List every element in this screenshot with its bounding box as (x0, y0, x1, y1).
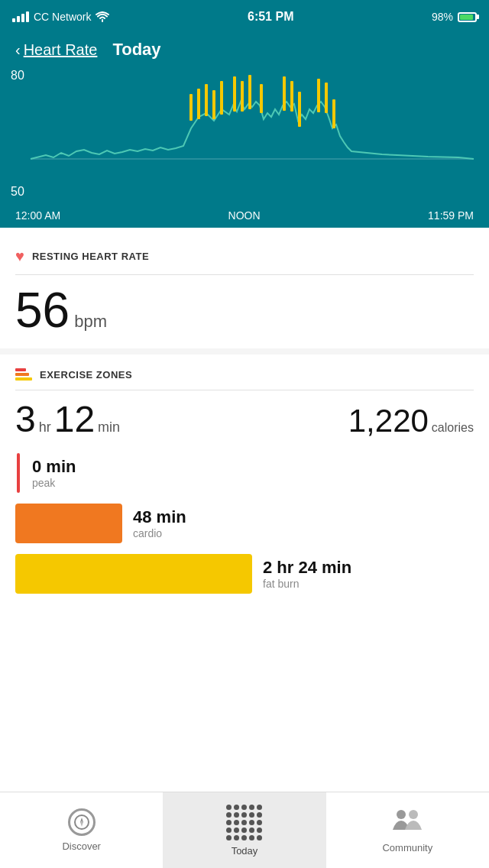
tab-community[interactable]: Community (326, 792, 489, 868)
svg-rect-4 (212, 90, 215, 119)
tab-today-label: Today (232, 845, 258, 857)
svg-point-20 (409, 810, 418, 819)
fatburn-zone-info: 2 hr 24 min fat burn (263, 558, 351, 590)
compass-icon (68, 808, 96, 836)
chart-time-start: 12:00 AM (15, 209, 60, 222)
resting-hr-value: 56 bpm (15, 286, 474, 335)
back-chevron-icon: ‹ (15, 41, 21, 59)
fatburn-zone-time: 2 hr 24 min (263, 558, 351, 578)
heart-rate-chart: 80 50 12:00 AM NOON 11:59 PM (0, 60, 489, 228)
resting-hr-header: ♥ RESTING HEART RATE (15, 248, 474, 275)
status-time: 6:51 PM (248, 10, 293, 24)
exercise-zones-card: EXERCISE ZONES 3 hr 12 min 1,220 calorie… (0, 355, 489, 618)
tab-today[interactable]: Today (163, 792, 325, 868)
peak-zone-name: peak (32, 477, 76, 489)
svg-rect-10 (283, 76, 286, 111)
minutes-label: min (98, 419, 120, 436)
cardio-bar-container (15, 504, 122, 543)
tab-discover[interactable]: Discover (0, 792, 163, 868)
back-button[interactable]: ‹ Heart Rate (15, 41, 97, 59)
wifi-icon (96, 11, 109, 22)
peak-bar (17, 453, 20, 493)
peak-zone-row: 0 min peak (15, 453, 474, 493)
svg-point-19 (397, 810, 406, 819)
svg-rect-15 (332, 99, 335, 128)
signal-bars (12, 11, 29, 22)
minutes-value: 12 (54, 401, 95, 438)
svg-rect-2 (197, 89, 200, 119)
discover-icon (73, 814, 90, 831)
chart-times: 12:00 AM NOON 11:59 PM (0, 209, 489, 222)
tab-community-label: Community (382, 842, 432, 853)
exercise-summary: 3 hr 12 min 1,220 calories (15, 401, 474, 438)
peak-zone-info: 0 min peak (32, 457, 76, 489)
exercise-zones-header: EXERCISE ZONES (15, 368, 474, 390)
content-area: ♥ RESTING HEART RATE 56 bpm EXERCISE ZON… (0, 234, 489, 618)
hr-number: 56 (15, 286, 70, 335)
fatburn-zone-bar (15, 554, 252, 594)
fatburn-bar-container (15, 554, 252, 594)
back-label: Heart Rate (24, 41, 98, 59)
calories-unit: calories (432, 421, 474, 435)
status-right: 98% (432, 11, 477, 23)
calories-value: 1,220 (348, 405, 429, 437)
battery-percent: 98% (432, 11, 453, 23)
resting-hr-title: RESTING HEART RATE (32, 251, 149, 262)
cardio-zone-time: 48 min (133, 507, 186, 527)
battery-fill (460, 15, 473, 20)
svg-rect-14 (325, 83, 328, 113)
calories-display: 1,220 calories (348, 405, 474, 437)
svg-rect-9 (260, 84, 263, 113)
today-dots-icon (226, 805, 262, 840)
hr-unit: bpm (74, 312, 107, 332)
svg-rect-13 (317, 79, 320, 112)
svg-rect-5 (220, 81, 223, 115)
svg-rect-6 (233, 76, 236, 112)
svg-rect-3 (205, 84, 208, 116)
status-left: CC Network (12, 11, 109, 23)
fatburn-zone-row: 2 hr 24 min fat burn (15, 554, 474, 594)
battery-icon-container (458, 12, 477, 22)
exercise-zones-title: EXERCISE ZONES (40, 369, 132, 381)
cardio-zone-bar (15, 504, 122, 543)
tab-discover-label: Discover (62, 840, 101, 852)
community-people-icon (393, 807, 422, 831)
zones-stacked-icon (15, 368, 32, 381)
chart-svg (0, 60, 489, 189)
cardio-zone-info: 48 min cardio (133, 507, 186, 539)
chart-time-end: 11:59 PM (428, 209, 474, 222)
header: ‹ Heart Rate Today (0, 34, 489, 60)
cardio-zone-row: 48 min cardio (15, 504, 474, 543)
fatburn-zone-name: fat burn (263, 578, 351, 590)
peak-zone-time: 0 min (32, 457, 76, 477)
heart-icon: ♥ (15, 248, 24, 265)
status-bar: CC Network 6:51 PM 98% (0, 0, 489, 34)
total-time-display: 3 hr 12 min (15, 401, 120, 438)
battery-icon (458, 12, 477, 22)
peak-bar-container (15, 453, 21, 493)
chart-time-noon: NOON (228, 209, 261, 222)
tab-bar: Discover Today Community (0, 792, 489, 868)
svg-rect-7 (241, 81, 244, 112)
cardio-zone-name: cardio (133, 527, 186, 539)
hours-label: hr (39, 419, 51, 436)
resting-heart-rate-card: ♥ RESTING HEART RATE 56 bpm (0, 234, 489, 348)
carrier-label: CC Network (34, 11, 91, 23)
svg-rect-12 (298, 92, 301, 127)
page-title: Today (112, 40, 160, 60)
community-icon (393, 807, 422, 837)
hours-value: 3 (15, 401, 36, 438)
svg-rect-8 (248, 75, 251, 109)
svg-rect-1 (189, 94, 193, 121)
svg-rect-11 (290, 81, 293, 112)
